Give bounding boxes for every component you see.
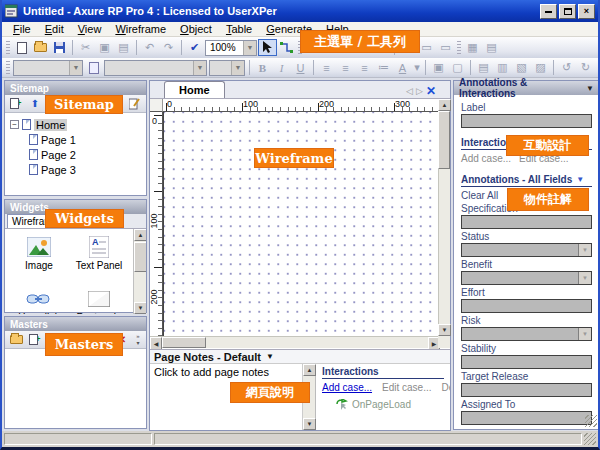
chevron-down-icon[interactable]: ▼ [266, 352, 274, 361]
move-up-icon[interactable]: ⬆ [27, 96, 43, 111]
tree-node-home[interactable]: − Home [7, 117, 144, 132]
masters-panel-header[interactable]: Masters [5, 317, 146, 331]
target-release-input[interactable] [461, 383, 592, 397]
toolbar-grip[interactable] [457, 41, 461, 55]
tree-node-label[interactable]: Page 3 [41, 164, 76, 176]
font-color-icon[interactable]: A [393, 59, 412, 76]
widget-text-panel[interactable]: A Text Panel [71, 234, 127, 271]
open-master-icon[interactable] [8, 332, 24, 347]
scrollbar-thumb[interactable] [134, 242, 146, 272]
sitemap-panel-header[interactable]: Sitemap [5, 81, 146, 95]
tree-node-page3[interactable]: Page 3 [7, 162, 144, 177]
tree-node-label[interactable]: Page 1 [41, 134, 76, 146]
connector-tool-icon[interactable] [277, 39, 296, 56]
chevron-down-icon[interactable]: ▼ [243, 41, 256, 55]
font-size-select[interactable]: ▼ [209, 60, 245, 76]
tab-scroll-left-icon[interactable]: ◁ [406, 86, 413, 96]
rotate-right-icon[interactable]: ↻ [576, 59, 595, 76]
masters-list[interactable] [5, 349, 146, 427]
new-icon[interactable] [12, 39, 31, 56]
zoom-select[interactable]: 100% ▼ [205, 40, 257, 56]
menu-file[interactable]: File [6, 23, 38, 35]
wireframe-canvas[interactable] [163, 112, 440, 336]
chevron-down-icon[interactable]: ▼ [586, 84, 594, 93]
close-button[interactable]: × [578, 4, 595, 19]
specification-input[interactable] [461, 215, 592, 229]
open-icon[interactable] [31, 39, 50, 56]
scroll-down-icon[interactable]: ▼ [438, 324, 451, 336]
menu-wireframe[interactable]: Wireframe [108, 23, 173, 35]
paste-icon[interactable]: ▤ [114, 39, 133, 56]
stability-input[interactable] [461, 355, 592, 369]
redo-icon[interactable]: ↷ [159, 39, 178, 56]
widgets-scrollbar[interactable]: ▲ ▼ [133, 229, 146, 314]
add-case-link[interactable]: Add case... [322, 382, 372, 393]
undo-icon[interactable]: ↶ [140, 39, 159, 56]
delete-case-link[interactable]: Delete case... [442, 382, 451, 393]
group-icon[interactable]: ▣ [429, 59, 448, 76]
tree-node-label[interactable]: Home [34, 119, 67, 131]
bring-forward-icon[interactable]: ▧ [512, 59, 531, 76]
maximize-button[interactable] [559, 4, 576, 19]
align-bottom-icon[interactable]: ▭ [436, 39, 455, 56]
edit-page-icon[interactable] [127, 96, 143, 111]
widget-rectangle[interactable]: Rectangle [71, 286, 127, 314]
font-family-select[interactable]: ▼ [13, 60, 83, 76]
edit-case-link[interactable]: Edit case... [382, 382, 431, 393]
risk-select[interactable]: ▼ [461, 327, 592, 341]
cut-icon[interactable]: ✂ [76, 39, 95, 56]
align-center-icon[interactable]: ≡ [336, 59, 355, 76]
add-case-link[interactable]: Add case... [461, 153, 511, 164]
scroll-up-icon[interactable]: ▲ [438, 99, 451, 111]
resize-grip[interactable] [584, 433, 596, 445]
ungroup-icon[interactable]: ▢ [448, 59, 467, 76]
tab-home[interactable]: Home [164, 81, 225, 98]
copy-icon[interactable]: ▣ [95, 39, 114, 56]
annotations-panel-header[interactable]: Annotations & Interactions ▼ [454, 81, 599, 95]
bring-to-front-icon[interactable]: ▤ [474, 59, 493, 76]
add-master-icon[interactable]: + [27, 332, 43, 347]
scrollbar-thumb[interactable] [162, 337, 206, 348]
scroll-down-icon[interactable]: ▼ [303, 418, 316, 430]
minimize-button[interactable] [540, 4, 557, 19]
bold-icon[interactable]: B [253, 59, 272, 76]
canvas-vertical-scrollbar[interactable]: ▲ ▼ [438, 99, 450, 336]
tab-close-icon[interactable]: ✕ [426, 84, 436, 98]
send-backward-icon[interactable]: ▨ [531, 59, 550, 76]
align-right-icon[interactable]: ≡ [355, 59, 374, 76]
font-style-select[interactable]: ▼ [104, 60, 207, 76]
collapse-icon[interactable]: − [10, 120, 19, 129]
panel-overflow-icon[interactable]: »▾ [133, 332, 143, 347]
rotate-left-icon[interactable]: ↺ [557, 59, 576, 76]
toolbar-grip[interactable] [6, 61, 10, 75]
menu-object[interactable]: Object [173, 23, 219, 35]
chevron-down-icon[interactable]: ▼ [578, 328, 591, 340]
add-page-icon[interactable]: + [8, 96, 24, 111]
menu-view[interactable]: View [71, 23, 109, 35]
toolbar-grip[interactable] [6, 41, 10, 55]
tree-node-page1[interactable]: Page 1 [7, 132, 144, 147]
italic-icon[interactable]: I [272, 59, 291, 76]
save-icon[interactable] [50, 39, 69, 56]
table-icon[interactable]: ▦ [463, 39, 482, 56]
chevron-down-icon[interactable]: ▼ [578, 244, 591, 256]
menu-edit[interactable]: Edit [38, 23, 71, 35]
bullet-list-icon[interactable]: ≔ [374, 59, 393, 76]
chevron-down-icon[interactable]: ▼ [578, 272, 591, 284]
widget-hyperlink[interactable]: Hyperlink [11, 286, 67, 314]
tree-node-page2[interactable]: Page 2 [7, 147, 144, 162]
chevron-down-icon[interactable]: ▾ [412, 59, 422, 76]
chevron-down-icon[interactable]: ▼ [576, 175, 584, 184]
spellcheck-icon[interactable]: ✔ [185, 39, 204, 56]
scroll-up-icon[interactable]: ▲ [134, 229, 146, 241]
tab-scroll-right-icon[interactable]: ▷ [416, 86, 423, 96]
resize-grip[interactable] [585, 415, 597, 427]
widget-image[interactable]: Image [11, 234, 67, 271]
label-field-input[interactable] [461, 114, 592, 128]
style-editor-icon[interactable] [84, 59, 103, 76]
effort-input[interactable] [461, 299, 592, 313]
scrollbar-thumb[interactable] [438, 111, 450, 169]
pointer-tool-icon[interactable] [258, 39, 277, 56]
page-notes-header[interactable]: Page Notes - Default ▼ [150, 349, 450, 364]
menu-table[interactable]: Table [219, 23, 259, 35]
